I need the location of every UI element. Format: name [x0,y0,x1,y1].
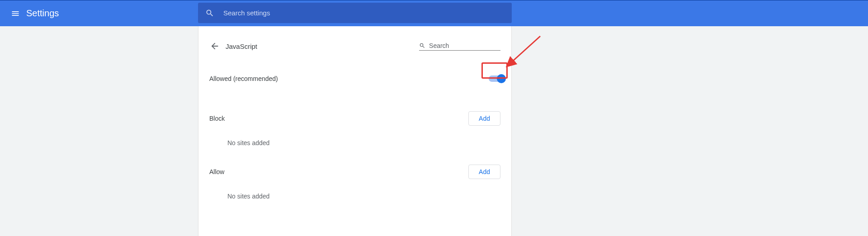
toggle-knob [497,74,506,83]
block-section-header: Block Add [209,111,500,126]
app-bar: Settings [0,0,868,26]
annotation-arrow-icon [506,34,547,70]
allowed-label: Allowed (recommended) [209,75,278,82]
allow-empty-text: No sites added [227,193,500,200]
settings-card: JavaScript Allowed (recommended) Block A… [198,26,512,236]
app-title: Settings [26,8,59,19]
search-icon [205,9,214,18]
allow-section-title: Allow [209,168,224,175]
page-title-row: JavaScript [209,36,500,56]
block-add-button[interactable]: Add [468,111,500,126]
allowed-toggle[interactable] [489,76,504,82]
arrow-back-icon [210,41,220,51]
allow-add-button[interactable]: Add [468,165,500,179]
search-icon [419,42,425,49]
allow-section: Allow Add No sites added [209,165,500,200]
search-settings-input[interactable] [223,9,505,17]
menu-button[interactable] [5,0,26,26]
hamburger-icon [11,9,20,18]
search-settings-bar[interactable] [198,3,512,23]
allow-section-header: Allow Add [209,165,500,179]
block-section-title: Block [209,115,225,122]
allowed-setting-row: Allowed (recommended) [209,64,500,93]
block-section: Block Add No sites added [209,111,500,146]
page-title: JavaScript [226,42,257,50]
svg-line-0 [512,36,540,62]
block-empty-text: No sites added [227,139,500,146]
inline-search-input[interactable] [429,42,500,49]
inline-search[interactable] [419,42,500,51]
back-button[interactable] [209,41,220,51]
